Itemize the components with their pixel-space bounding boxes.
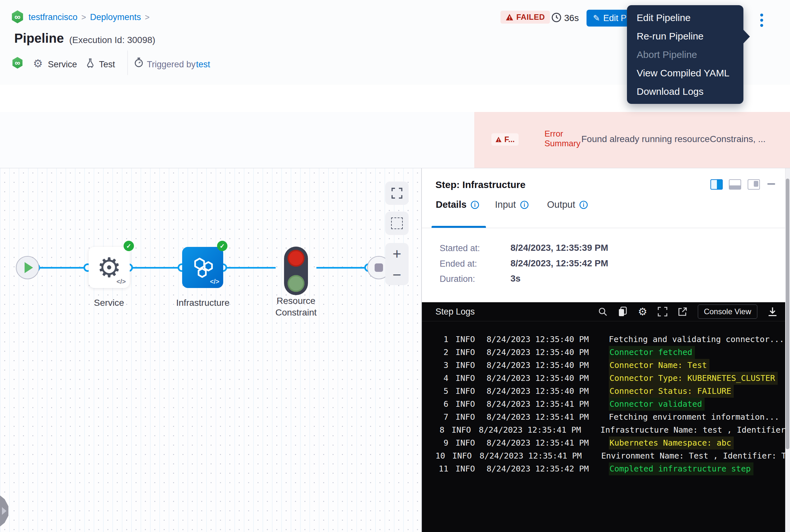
log-line: 8INFO8/24/2023 12:35:41 PMInfrastructure… xyxy=(422,423,790,437)
log-line: 1INFO8/24/2023 12:35:40 PMFetching and v… xyxy=(422,333,790,346)
log-line: 11INFO8/24/2023 12:35:42 PMCompleted inf… xyxy=(422,462,790,475)
resource-constraint-node[interactable] xyxy=(284,247,308,295)
info-icon xyxy=(579,200,588,209)
tab-input[interactable]: Input xyxy=(495,200,529,210)
infrastructure-step-node[interactable]: </> xyxy=(182,247,223,288)
canvas-fullscreen-button[interactable] xyxy=(385,182,409,205)
detail-row-label: Ended at: xyxy=(440,259,477,269)
layout-right-split-button[interactable] xyxy=(710,179,723,190)
error-summary-label: Error Summary xyxy=(544,129,580,148)
test-env-icon xyxy=(85,58,96,69)
play-icon xyxy=(24,262,33,273)
log-line: 5INFO8/24/2023 12:35:40 PMConnector Stat… xyxy=(422,385,790,398)
failed-mini-text: F... xyxy=(504,135,515,144)
code-glyph: </> xyxy=(116,278,126,285)
console-title: Step Logs xyxy=(436,307,475,317)
menu-item-abort-pipeline[interactable]: Abort Pipeline xyxy=(627,45,744,64)
triggered-by-user-link[interactable]: test xyxy=(196,59,210,70)
detail-row-value: 8/24/2023, 12:35:42 PM xyxy=(510,258,608,269)
log-line: 4INFO8/24/2023 12:35:40 PMConnector Type… xyxy=(422,372,790,385)
detail-row-value: 3s xyxy=(510,273,521,284)
pipeline-execution-screen: ∞ testfrancisco > Deployments > Pipeline… xyxy=(0,0,790,532)
log-line: 7INFO8/24/2023 12:35:41 PMFetching envir… xyxy=(422,411,790,423)
breadcrumb-deployments-link[interactable]: Deployments xyxy=(90,12,141,22)
gear-icon: ⚙ xyxy=(33,57,43,70)
log-line: 9INFO8/24/2023 12:35:41 PMKubernetes Nam… xyxy=(422,437,790,450)
log-line: 3INFO8/24/2023 12:35:40 PMConnector Name… xyxy=(422,359,790,372)
log-line: 10INFO8/24/2023 12:35:41 PMEnvironment N… xyxy=(422,450,790,462)
success-check-badge: ✓ xyxy=(123,241,134,251)
canvas-select-button[interactable] xyxy=(385,212,409,235)
step-details-panel: Step: Infrastructure Details Input Outpu… xyxy=(422,168,790,532)
search-icon[interactable] xyxy=(598,307,608,317)
stopwatch-icon xyxy=(133,57,144,68)
start-node[interactable] xyxy=(16,256,39,279)
harness-logo-icon-small: ∞ xyxy=(12,57,23,69)
tab-details[interactable]: Details xyxy=(436,200,479,210)
layout-floating-panel-button[interactable] xyxy=(748,179,760,190)
breadcrumb-separator: > xyxy=(145,13,150,22)
open-in-new-icon[interactable] xyxy=(678,307,688,317)
green-light xyxy=(288,275,304,292)
red-light xyxy=(288,250,304,267)
execution-id: (Execution Id: 30098) xyxy=(69,35,155,45)
detail-row-label: Started at: xyxy=(440,243,480,253)
info-icon xyxy=(520,200,529,209)
log-lines: 1INFO8/24/2023 12:35:40 PMFetching and v… xyxy=(422,321,790,475)
menu-item-rerun-pipeline[interactable]: Re-run Pipeline xyxy=(627,27,744,45)
gear-icon: ⚙ xyxy=(97,254,121,281)
connector-line xyxy=(316,267,369,269)
menu-arrow xyxy=(743,29,750,44)
resource-constraint-label: Resource Constraint xyxy=(272,295,320,319)
log-settings-gear-icon[interactable]: ⚙ xyxy=(638,306,647,317)
zoom-in-button[interactable]: + xyxy=(393,246,402,261)
connector-line xyxy=(129,267,182,269)
menu-item-download-logs[interactable]: Download Logs xyxy=(627,82,744,101)
console-header: Step Logs ⚙ Console View xyxy=(422,302,790,321)
zoom-out-button[interactable]: − xyxy=(393,267,402,282)
stop-square-icon xyxy=(374,263,383,272)
status-badge: FAILED xyxy=(500,11,550,24)
header-divider xyxy=(128,51,128,75)
detail-row-value: 8/24/2023, 12:35:39 PM xyxy=(510,243,608,253)
download-logs-icon[interactable] xyxy=(768,307,777,317)
error-summary-section: F... Error Summary Found already running… xyxy=(474,112,790,168)
log-line: 6INFO8/24/2023 12:35:41 PMConnector vali… xyxy=(422,398,790,411)
pencil-icon: ✎ xyxy=(593,13,600,23)
panel-tabs-border xyxy=(422,228,790,228)
layout-bottom-split-button[interactable] xyxy=(729,179,741,190)
minimize-panel-button[interactable] xyxy=(767,183,775,185)
breadcrumb: testfrancisco > Deployments > xyxy=(28,12,153,23)
error-summary-message: Found already running resourceConstrains… xyxy=(581,134,788,144)
infrastructure-node-label: Infrastructure xyxy=(171,297,235,309)
elapsed-time: 36s xyxy=(564,13,579,23)
log-line: 2INFO8/24/2023 12:35:40 PMConnector fetc… xyxy=(422,346,790,359)
stage-summary-bar: deploy Started at: 8/24/2023, 12:35:11 P… xyxy=(0,112,790,168)
harness-logo-icon: ∞ xyxy=(11,11,24,23)
canvas-zoom-controls: + − xyxy=(385,243,409,285)
vertical-scrollbar-thumb[interactable] xyxy=(786,178,789,449)
copy-icon[interactable] xyxy=(618,306,628,317)
success-check-badge: ✓ xyxy=(217,241,227,251)
menu-item-view-compiled-yaml[interactable]: View Compiled YAML xyxy=(627,64,744,82)
panel-active-tab-underline xyxy=(431,226,486,228)
warning-icon xyxy=(506,14,514,21)
service-type-label: Service xyxy=(48,59,77,70)
console-view-button[interactable]: Console View xyxy=(698,304,757,319)
connector-line xyxy=(221,267,276,269)
step-panel-title: Step: Infrastructure xyxy=(436,179,525,190)
service-step-node[interactable]: ⚙ </> xyxy=(89,247,130,288)
log-fullscreen-icon[interactable] xyxy=(658,307,668,317)
code-glyph: </> xyxy=(210,278,219,285)
menu-item-edit-pipeline[interactable]: Edit Pipeline xyxy=(627,8,744,27)
breadcrumb-separator: > xyxy=(81,13,86,22)
warning-icon xyxy=(495,136,502,142)
more-options-kebab-icon[interactable] xyxy=(760,14,763,29)
breadcrumb-org-link[interactable]: testfrancisco xyxy=(28,12,78,22)
pipeline-canvas[interactable]: ⚙ </> ✓ Service </> ✓ Infrastructure Res… xyxy=(0,168,422,532)
info-icon xyxy=(470,200,479,209)
step-logs-console: Step Logs ⚙ Console View 1INFO8/24/2023 … xyxy=(422,302,790,532)
failed-mini-badge: F... xyxy=(492,133,519,146)
clock-icon xyxy=(551,12,562,23)
tab-output[interactable]: Output xyxy=(547,200,588,210)
